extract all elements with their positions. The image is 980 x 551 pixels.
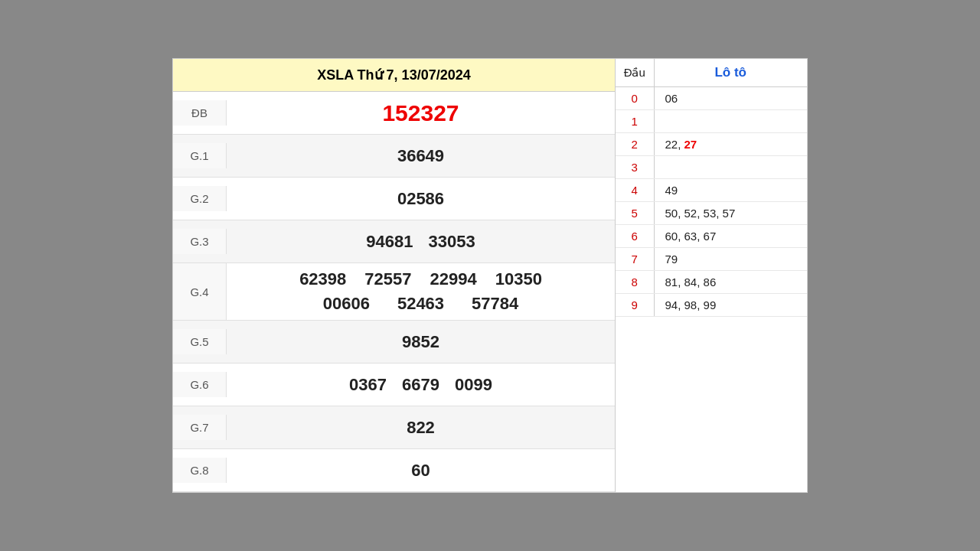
loto-dau: 3 — [616, 156, 654, 179]
prize-label-g5: G.5 — [173, 329, 227, 354]
loto-number: 99 — [704, 298, 717, 311]
loto-number: 86 — [704, 276, 717, 289]
loto-dau: 8 — [616, 271, 654, 294]
loto-dau: 5 — [616, 202, 654, 225]
prize-value-db: 152327 — [382, 100, 459, 126]
loto-number: 06 — [665, 92, 678, 105]
loto-number: 81 — [665, 276, 678, 289]
prize-label-g3: G.3 — [173, 229, 227, 254]
loto-row: 881, 84, 86 — [616, 271, 807, 294]
loto-dau: 4 — [616, 179, 654, 202]
prize-value-g3: 94681 — [366, 232, 413, 252]
loto-values — [654, 110, 807, 133]
loto-values: 60, 63, 67 — [654, 225, 807, 248]
prize-value-g7: 822 — [407, 418, 435, 438]
loto-row: 994, 98, 99 — [616, 294, 807, 317]
loto-number: 63 — [684, 230, 697, 243]
loto-row: 222, 27 — [616, 133, 807, 156]
loto-values: 06 — [654, 87, 807, 110]
loto-number: 50 — [665, 207, 678, 220]
loto-values: 94, 98, 99 — [654, 294, 807, 317]
loto-number: 98 — [684, 298, 697, 311]
loto-number: 22 — [665, 138, 678, 151]
loto-table: Đầu Lô tô 0061222, 273449550, 52, 53, 57… — [616, 59, 807, 492]
loto-number: 27 — [684, 138, 697, 151]
prize-value: 62398 — [299, 269, 346, 289]
loto-number: 79 — [665, 253, 678, 266]
prize-value: 52463 — [397, 294, 444, 314]
prize-value: 72557 — [364, 269, 411, 289]
loto-number: 57 — [723, 207, 736, 220]
loto-dau: 1 — [616, 110, 654, 133]
loto-row: 550, 52, 53, 57 — [616, 202, 807, 225]
loto-row: 006 — [616, 87, 807, 110]
loto-values: 79 — [654, 248, 807, 271]
loto-number: 94 — [665, 298, 678, 311]
prize-value: 00606 — [323, 294, 370, 314]
loto-dau: 0 — [616, 87, 654, 110]
loto-dau: 7 — [616, 248, 654, 271]
prize-label-g7: G.7 — [173, 415, 227, 440]
prize-value-g6: 0367 — [349, 375, 387, 395]
dau-header: Đầu — [616, 59, 654, 87]
loto-values: 81, 84, 86 — [654, 271, 807, 294]
loto-values: 49 — [654, 179, 807, 202]
loto-row: 779 — [616, 248, 807, 271]
loto-row: 3 — [616, 156, 807, 179]
prize-value: 10350 — [495, 269, 542, 289]
prize-value: 22994 — [430, 269, 477, 289]
prize-value-g2: 02586 — [397, 189, 444, 209]
loto-row: 660, 63, 67 — [616, 225, 807, 248]
loto-number: 67 — [704, 230, 717, 243]
lottery-title: XSLA Thứ 7, 13/07/2024 — [173, 59, 615, 92]
loto-number: 84 — [684, 276, 697, 289]
prize-label-db: ĐB — [173, 100, 227, 126]
loto-number: 53 — [704, 207, 717, 220]
prize-value-g3: 33053 — [429, 232, 475, 252]
loto-number: 49 — [665, 184, 678, 197]
prize-label-g8: G.8 — [173, 458, 227, 483]
loto-header: Lô tô — [654, 59, 807, 87]
prize-value-g5: 9852 — [402, 332, 439, 352]
prize-value-g6: 0099 — [455, 375, 492, 395]
main-container: XSLA Thứ 7, 13/07/2024 ĐB152327G.136649G… — [172, 58, 808, 493]
lottery-table: XSLA Thứ 7, 13/07/2024 ĐB152327G.136649G… — [173, 59, 616, 492]
loto-values: 22, 27 — [654, 133, 807, 156]
prize-label-g2: G.2 — [173, 186, 227, 211]
loto-values — [654, 156, 807, 179]
loto-values: 50, 52, 53, 57 — [654, 202, 807, 225]
loto-number: 52 — [684, 207, 697, 220]
prize-value: 57784 — [472, 294, 518, 314]
prize-label-g6: G.6 — [173, 372, 227, 397]
loto-row: 1 — [616, 110, 807, 133]
loto-dau: 9 — [616, 294, 654, 317]
prize-value-g6: 6679 — [402, 375, 439, 395]
loto-dau: 2 — [616, 133, 654, 156]
prize-value-g8: 60 — [411, 461, 430, 481]
prize-label-g1: G.1 — [173, 143, 227, 168]
loto-number: 60 — [665, 230, 678, 243]
prize-value-g1: 36649 — [397, 146, 444, 166]
loto-row: 449 — [616, 179, 807, 202]
prize-label-g4: G.4 — [173, 263, 227, 320]
loto-dau: 6 — [616, 225, 654, 248]
